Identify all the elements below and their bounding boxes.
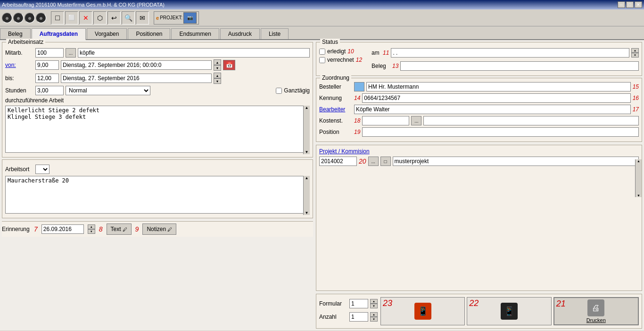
delete-button[interactable]: ✕: [79, 11, 92, 25]
position-row: Position 19: [319, 127, 639, 137]
num13: 13: [392, 63, 398, 69]
arbeit-textarea[interactable]: Kellerlicht Stiege 2 defekt Klingel Stie…: [5, 106, 310, 153]
maximize-button[interactable]: □: [626, 1, 634, 8]
kostenst-input[interactable]: [362, 116, 409, 125]
von-time-input[interactable]: [35, 60, 59, 70]
tab-endsummen[interactable]: Endsummen: [171, 28, 219, 39]
projekt-scrollbar[interactable]: ▲ ▼: [635, 159, 642, 197]
num15: 15: [633, 83, 639, 90]
erledigt-checkbox[interactable]: [319, 49, 325, 55]
tab-ausdruck[interactable]: Ausdruck: [220, 28, 260, 39]
minimize-button[interactable]: ─: [618, 1, 625, 8]
nav-forward-button[interactable]: ●: [13, 13, 24, 23]
arbeit-scrollbar[interactable]: ▲ ▼: [303, 106, 310, 154]
formular-left: Formular ▲ ▼ Anzahl ▲ ▼: [319, 299, 378, 323]
erinnerung-spin-down[interactable]: ▼: [88, 229, 95, 234]
anzahl-spin-up[interactable]: ▲: [370, 312, 378, 317]
arbeitsort-select[interactable]: [35, 165, 50, 174]
formular-spin-up[interactable]: ▲: [370, 299, 378, 304]
close-button[interactable]: ✕: [635, 1, 642, 8]
mitarb-name-input[interactable]: [78, 48, 310, 58]
save-button[interactable]: ⬡: [93, 11, 107, 25]
von-date-input[interactable]: [61, 60, 212, 70]
von-label[interactable]: von:: [5, 62, 33, 68]
besteller-input[interactable]: [366, 82, 631, 91]
kostenst-label: Kostenst.: [319, 117, 352, 124]
tab-liste[interactable]: Liste: [261, 28, 289, 39]
kostenst-browse-button[interactable]: ...: [411, 116, 421, 125]
kennung-input[interactable]: [362, 93, 630, 103]
am-spin-up[interactable]: ▲: [631, 48, 639, 53]
position-input[interactable]: [362, 127, 639, 137]
erinnerung-date-input[interactable]: [41, 224, 84, 234]
nav-up-button[interactable]: ●: [25, 13, 35, 23]
stunden-label: Stunden: [5, 87, 33, 94]
erinnerung-spin: ▲ ▼: [88, 224, 95, 234]
projekt-code-input[interactable]: [319, 157, 357, 166]
ganztaegig-checkbox[interactable]: [276, 88, 282, 94]
bearbeiter-label[interactable]: Bearbeiter: [319, 106, 352, 113]
arbeitseinsatz-section: Arbeitseinsatz Mitarb. ... von: ▲ ▼ 📅: [2, 42, 313, 157]
formular-value-input[interactable]: [349, 299, 368, 308]
ganztaegig-label: Ganztägig: [284, 87, 310, 94]
titlebar-buttons: ─ □ ✕: [618, 1, 642, 8]
von-calendar-button[interactable]: 📅: [223, 60, 235, 70]
arbeitsort-row: Arbeitsort: [5, 165, 310, 174]
bearbeiter-input[interactable]: [354, 105, 631, 114]
von-spin-up[interactable]: ▲: [214, 59, 221, 65]
bis-spin-up[interactable]: ▲: [214, 73, 221, 78]
print-tablet-button[interactable]: 22 📱: [467, 297, 551, 325]
tab-beleg[interactable]: Beleg: [0, 28, 31, 39]
am-spin-down[interactable]: ▼: [631, 53, 639, 58]
drucken-button[interactable]: 21 🖨 Drucken: [553, 297, 639, 325]
num7: 7: [34, 225, 38, 233]
mail-button[interactable]: ✉: [136, 11, 149, 25]
open-button[interactable]: ⬜: [65, 11, 78, 25]
von-spin-down[interactable]: ▼: [214, 65, 221, 71]
projekt-browse-button[interactable]: ...: [368, 157, 379, 166]
notizen-button[interactable]: Notizen 🖊: [142, 223, 176, 235]
bottom-bar: Erinnerung 7 ▲ ▼ 8 Text 🖊 9 Notizen 🖊: [2, 221, 313, 237]
num23: 23: [383, 298, 392, 308]
undo-button[interactable]: ↩: [107, 11, 121, 25]
erledigt-label: erledigt: [327, 48, 346, 55]
arbeitsort-scrollbar[interactable]: ▲ ▼: [303, 176, 310, 215]
besteller-color-button[interactable]: [354, 82, 364, 91]
search-button[interactable]: 🔍: [122, 11, 135, 25]
tab-vorgaben[interactable]: Vorgaben: [87, 28, 127, 39]
stunden-type-select[interactable]: Normal: [66, 86, 150, 95]
projekt-name-input[interactable]: [393, 157, 639, 166]
text-button[interactable]: Text 🖊: [107, 223, 132, 235]
project-button[interactable]: e PROJEKT: 📷: [154, 11, 199, 25]
bis-date-input[interactable]: [61, 74, 212, 83]
new-button[interactable]: □: [51, 11, 64, 25]
verrechnet-checkbox[interactable]: [319, 57, 325, 63]
print-phone-button[interactable]: 23 📱: [380, 297, 465, 325]
mitarb-browse-button[interactable]: ...: [66, 48, 76, 58]
bis-spin-down[interactable]: ▼: [214, 78, 221, 84]
erinnerung-spin-up[interactable]: ▲: [88, 224, 95, 229]
am-date-input[interactable]: [391, 48, 629, 58]
mitarb-id-input[interactable]: [35, 48, 64, 58]
tab-positionen[interactable]: Positionen: [128, 28, 170, 39]
arbeitsort-textarea[interactable]: Mauracherstraße 20: [5, 176, 310, 214]
num19: 19: [354, 129, 360, 135]
zuordnung-title: Zuordnung: [320, 74, 351, 81]
status-right: am 11 ▲ ▼ Beleg 13: [372, 48, 639, 73]
kostenst-name-input[interactable]: [423, 116, 639, 125]
num14: 14: [354, 95, 360, 101]
print-buttons: 23 📱 22 📱 21 🖨: [380, 297, 639, 325]
nav-home-button[interactable]: ●: [36, 13, 46, 23]
stunden-input[interactable]: [35, 86, 64, 95]
anzahl-spin: ▲ ▼: [370, 312, 378, 322]
projekt-file-button[interactable]: □: [380, 157, 391, 166]
nav-back-button[interactable]: ●: [2, 13, 12, 23]
projekt-row: 20 ... □ ▲ ▼: [319, 157, 639, 166]
anzahl-spin-down[interactable]: ▼: [370, 317, 378, 322]
kostenst-row: Kostenst. 18 ...: [319, 116, 639, 125]
anzahl-value-input[interactable]: [349, 312, 368, 322]
beleg-input[interactable]: [400, 61, 639, 71]
projekt-link[interactable]: Projekt / Kommision: [319, 148, 370, 155]
formular-spin-down[interactable]: ▼: [370, 304, 378, 308]
bis-time-input[interactable]: [35, 74, 59, 83]
